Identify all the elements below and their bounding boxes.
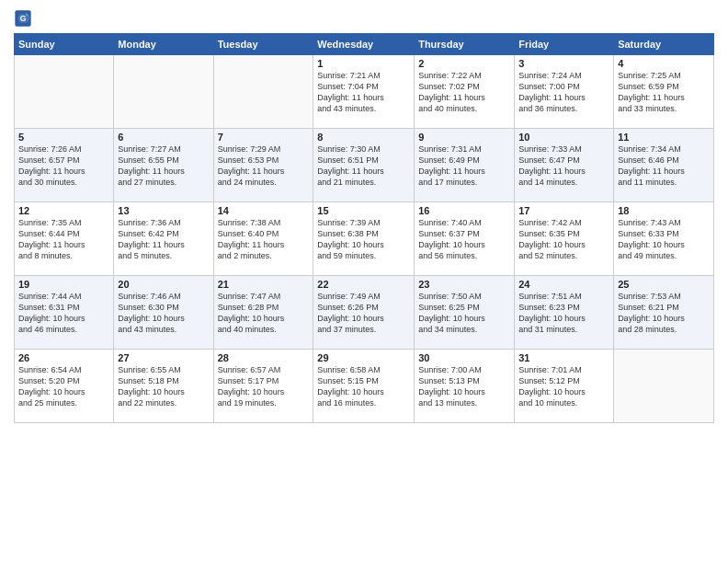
header: G <box>14 9 714 28</box>
day-number: 13 <box>118 205 209 216</box>
calendar-cell: 31Sunrise: 7:01 AM Sunset: 5:12 PM Dayli… <box>515 350 614 423</box>
day-number: 20 <box>118 279 209 290</box>
day-info: Sunrise: 7:50 AM Sunset: 6:25 PM Dayligh… <box>418 291 510 336</box>
weekday-header-row: SundayMondayTuesdayWednesdayThursdayFrid… <box>15 34 714 55</box>
calendar-cell: 12Sunrise: 7:35 AM Sunset: 6:44 PM Dayli… <box>15 202 114 276</box>
day-number: 14 <box>218 205 310 216</box>
day-number: 24 <box>518 279 609 290</box>
day-number: 25 <box>618 279 710 290</box>
day-info: Sunrise: 6:55 AM Sunset: 5:18 PM Dayligh… <box>118 364 209 409</box>
calendar-week-row: 5Sunrise: 7:26 AM Sunset: 6:57 PM Daylig… <box>15 129 714 202</box>
day-info: Sunrise: 7:51 AM Sunset: 6:23 PM Dayligh… <box>518 291 609 336</box>
day-number: 31 <box>518 352 609 363</box>
calendar-week-row: 19Sunrise: 7:44 AM Sunset: 6:31 PM Dayli… <box>15 276 714 350</box>
calendar-cell: 1Sunrise: 7:21 AM Sunset: 7:04 PM Daylig… <box>313 55 415 129</box>
day-number: 3 <box>518 58 609 69</box>
calendar-cell: 28Sunrise: 6:57 AM Sunset: 5:17 PM Dayli… <box>213 350 313 423</box>
calendar-week-row: 1Sunrise: 7:21 AM Sunset: 7:04 PM Daylig… <box>15 55 714 129</box>
day-info: Sunrise: 7:38 AM Sunset: 6:40 PM Dayligh… <box>218 217 310 262</box>
calendar-cell: 26Sunrise: 6:54 AM Sunset: 5:20 PM Dayli… <box>15 350 114 423</box>
day-number: 11 <box>618 132 710 143</box>
weekday-header-friday: Friday <box>515 34 614 55</box>
calendar-cell: 6Sunrise: 7:27 AM Sunset: 6:55 PM Daylig… <box>114 129 213 202</box>
day-info: Sunrise: 7:00 AM Sunset: 5:13 PM Dayligh… <box>418 364 510 409</box>
calendar-cell: 20Sunrise: 7:46 AM Sunset: 6:30 PM Dayli… <box>114 276 213 350</box>
day-number: 12 <box>18 205 109 216</box>
calendar-week-row: 12Sunrise: 7:35 AM Sunset: 6:44 PM Dayli… <box>15 202 714 276</box>
day-info: Sunrise: 7:29 AM Sunset: 6:53 PM Dayligh… <box>218 144 310 189</box>
day-info: Sunrise: 7:31 AM Sunset: 6:49 PM Dayligh… <box>418 144 510 189</box>
day-info: Sunrise: 7:35 AM Sunset: 6:44 PM Dayligh… <box>18 217 109 262</box>
day-number: 8 <box>317 132 410 143</box>
calendar-cell <box>614 350 714 423</box>
day-info: Sunrise: 7:43 AM Sunset: 6:33 PM Dayligh… <box>618 217 710 262</box>
day-info: Sunrise: 7:21 AM Sunset: 7:04 PM Dayligh… <box>317 70 410 115</box>
calendar-table: SundayMondayTuesdayWednesdayThursdayFrid… <box>14 33 714 423</box>
day-info: Sunrise: 6:57 AM Sunset: 5:17 PM Dayligh… <box>218 364 310 409</box>
day-info: Sunrise: 7:40 AM Sunset: 6:37 PM Dayligh… <box>418 217 510 262</box>
day-number: 27 <box>118 352 209 363</box>
day-number: 17 <box>518 205 609 216</box>
calendar-cell: 13Sunrise: 7:36 AM Sunset: 6:42 PM Dayli… <box>114 202 213 276</box>
svg-text:G: G <box>20 14 27 23</box>
day-number: 9 <box>418 132 510 143</box>
day-number: 30 <box>418 352 510 363</box>
day-number: 7 <box>218 132 310 143</box>
calendar-cell: 4Sunrise: 7:25 AM Sunset: 6:59 PM Daylig… <box>614 55 714 129</box>
day-number: 6 <box>118 132 209 143</box>
day-number: 15 <box>317 205 410 216</box>
weekday-header-wednesday: Wednesday <box>313 34 415 55</box>
calendar-cell: 3Sunrise: 7:24 AM Sunset: 7:00 PM Daylig… <box>515 55 614 129</box>
day-number: 19 <box>18 279 109 290</box>
day-info: Sunrise: 7:30 AM Sunset: 6:51 PM Dayligh… <box>317 144 410 189</box>
day-info: Sunrise: 7:25 AM Sunset: 6:59 PM Dayligh… <box>618 70 710 115</box>
day-number: 22 <box>317 279 410 290</box>
day-number: 18 <box>618 205 710 216</box>
page-container: G SundayMondayTuesdayWednesdayThursdayFr… <box>0 0 728 432</box>
calendar-cell: 23Sunrise: 7:50 AM Sunset: 6:25 PM Dayli… <box>415 276 515 350</box>
calendar-cell: 15Sunrise: 7:39 AM Sunset: 6:38 PM Dayli… <box>313 202 415 276</box>
day-info: Sunrise: 7:01 AM Sunset: 5:12 PM Dayligh… <box>518 364 609 409</box>
calendar-cell: 8Sunrise: 7:30 AM Sunset: 6:51 PM Daylig… <box>313 129 415 202</box>
calendar-cell: 17Sunrise: 7:42 AM Sunset: 6:35 PM Dayli… <box>515 202 614 276</box>
day-info: Sunrise: 7:34 AM Sunset: 6:46 PM Dayligh… <box>618 144 710 189</box>
calendar-cell <box>114 55 213 129</box>
calendar-cell: 5Sunrise: 7:26 AM Sunset: 6:57 PM Daylig… <box>15 129 114 202</box>
calendar-cell: 22Sunrise: 7:49 AM Sunset: 6:26 PM Dayli… <box>313 276 415 350</box>
day-number: 1 <box>317 58 410 69</box>
day-info: Sunrise: 7:27 AM Sunset: 6:55 PM Dayligh… <box>118 144 209 189</box>
calendar-cell: 24Sunrise: 7:51 AM Sunset: 6:23 PM Dayli… <box>515 276 614 350</box>
day-info: Sunrise: 7:36 AM Sunset: 6:42 PM Dayligh… <box>118 217 209 262</box>
day-info: Sunrise: 7:47 AM Sunset: 6:28 PM Dayligh… <box>218 291 310 336</box>
day-number: 29 <box>317 352 410 363</box>
calendar-cell <box>213 55 313 129</box>
day-number: 2 <box>418 58 510 69</box>
calendar-cell: 29Sunrise: 6:58 AM Sunset: 5:15 PM Dayli… <box>313 350 415 423</box>
calendar-cell: 21Sunrise: 7:47 AM Sunset: 6:28 PM Dayli… <box>213 276 313 350</box>
day-number: 23 <box>418 279 510 290</box>
day-info: Sunrise: 7:46 AM Sunset: 6:30 PM Dayligh… <box>118 291 209 336</box>
calendar-cell: 11Sunrise: 7:34 AM Sunset: 6:46 PM Dayli… <box>614 129 714 202</box>
calendar-week-row: 26Sunrise: 6:54 AM Sunset: 5:20 PM Dayli… <box>15 350 714 423</box>
calendar-cell: 19Sunrise: 7:44 AM Sunset: 6:31 PM Dayli… <box>15 276 114 350</box>
day-info: Sunrise: 7:49 AM Sunset: 6:26 PM Dayligh… <box>317 291 410 336</box>
calendar-cell: 9Sunrise: 7:31 AM Sunset: 6:49 PM Daylig… <box>415 129 515 202</box>
calendar-cell: 30Sunrise: 7:00 AM Sunset: 5:13 PM Dayli… <box>415 350 515 423</box>
weekday-header-monday: Monday <box>114 34 213 55</box>
day-number: 5 <box>18 132 109 143</box>
day-info: Sunrise: 6:54 AM Sunset: 5:20 PM Dayligh… <box>18 364 109 409</box>
day-number: 28 <box>218 352 310 363</box>
calendar-cell: 18Sunrise: 7:43 AM Sunset: 6:33 PM Dayli… <box>614 202 714 276</box>
day-info: Sunrise: 7:22 AM Sunset: 7:02 PM Dayligh… <box>418 70 510 115</box>
day-number: 16 <box>418 205 510 216</box>
calendar-cell: 10Sunrise: 7:33 AM Sunset: 6:47 PM Dayli… <box>515 129 614 202</box>
logo-icon: G <box>14 9 32 28</box>
calendar-cell: 25Sunrise: 7:53 AM Sunset: 6:21 PM Dayli… <box>614 276 714 350</box>
day-info: Sunrise: 7:44 AM Sunset: 6:31 PM Dayligh… <box>18 291 109 336</box>
day-info: Sunrise: 6:58 AM Sunset: 5:15 PM Dayligh… <box>317 364 410 409</box>
weekday-header-tuesday: Tuesday <box>213 34 313 55</box>
calendar-cell <box>15 55 114 129</box>
day-info: Sunrise: 7:26 AM Sunset: 6:57 PM Dayligh… <box>18 144 109 189</box>
day-info: Sunrise: 7:24 AM Sunset: 7:00 PM Dayligh… <box>518 70 609 115</box>
day-number: 21 <box>218 279 310 290</box>
